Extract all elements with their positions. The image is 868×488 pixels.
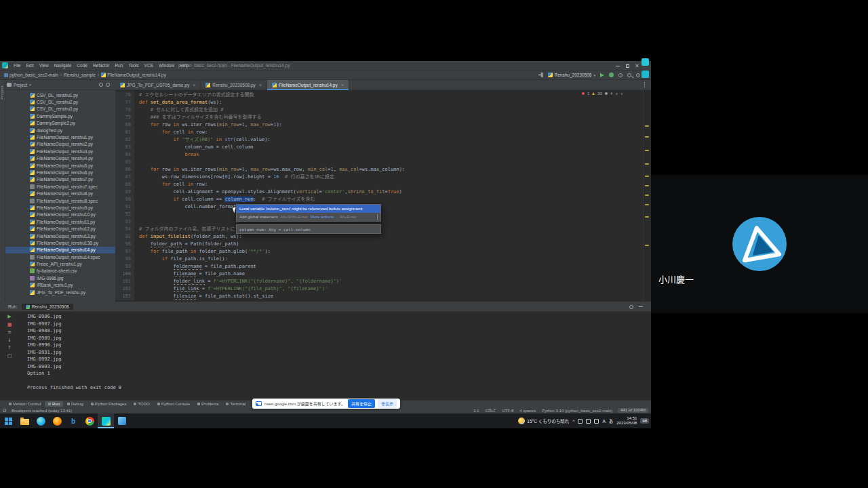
more-options-icon[interactable] xyxy=(377,214,378,216)
tree-item[interactable]: FileNameOutput_renshu6.py xyxy=(5,169,115,176)
tree-item[interactable]: IMG-0986.jpg xyxy=(5,274,115,281)
tree-item[interactable]: FileNameOutput_renshu14.spec xyxy=(5,253,115,260)
toolwindow-button-problems[interactable]: Problems xyxy=(194,401,222,407)
taskbar-pycharm-icon[interactable] xyxy=(98,413,114,428)
taskbar-chrome-icon[interactable] xyxy=(81,413,98,428)
menu-run[interactable]: Run xyxy=(112,63,125,68)
tree-item[interactable]: IRBank_reshu1.py xyxy=(5,282,115,289)
tree-item[interactable]: FileNameOutput_renshu3.py xyxy=(5,148,115,155)
clear-console-icon[interactable]: □ xyxy=(7,354,12,359)
editor-tab[interactable]: JPG_To_PDF_USF05_dame.py× xyxy=(115,80,201,89)
inspections-widget[interactable]: 1 30 4 ∧ ∨ xyxy=(582,92,623,96)
build-icon[interactable] xyxy=(538,73,543,77)
breadcrumb-item[interactable]: Renshu_sample xyxy=(64,73,96,77)
ime-mode-a[interactable]: A xyxy=(602,419,605,424)
battery-icon[interactable] xyxy=(594,419,599,424)
rerun-icon[interactable]: ▶ xyxy=(7,314,11,319)
tree-item[interactable]: CSV_DL_renshu3.py xyxy=(5,106,115,113)
status-item[interactable]: Python 3.10 (python_basic_sec2-main) xyxy=(542,409,612,413)
tab-close-icon[interactable]: × xyxy=(341,83,344,87)
prev-issue-icon[interactable]: ∧ xyxy=(615,92,618,96)
tree-item[interactable]: DammySample.py xyxy=(5,113,115,119)
tree-item[interactable]: FileNameOutput_renshu1.py xyxy=(5,134,115,140)
menu-refactor[interactable]: Refactor xyxy=(90,63,113,68)
stop-sharing-button[interactable]: 共有を停止 xyxy=(348,399,375,408)
taskbar-firefox-icon[interactable] xyxy=(49,413,65,428)
search-icon[interactable] xyxy=(627,73,631,77)
settings-gear-icon[interactable] xyxy=(636,73,640,77)
menu-vcs[interactable]: VCS xyxy=(142,63,156,68)
taskbar-clock[interactable]: 14:51 2023/05/08 xyxy=(616,416,637,426)
toolwindow-button-terminal[interactable]: Terminal xyxy=(222,401,249,407)
volume-icon[interactable] xyxy=(586,419,591,424)
tree-item[interactable]: FileNameOutput_renshu13.py xyxy=(5,232,115,239)
menu-tools[interactable]: Tools xyxy=(125,63,141,68)
run-config-selector[interactable]: Renshu_20230508 ▾ xyxy=(548,73,595,77)
tree-item[interactable]: FileNameOutput_renshu11.py xyxy=(5,218,115,225)
tree-item[interactable]: FileNameOutput_renshu12.py xyxy=(5,225,115,232)
tree-item[interactable]: FileNameOutput_renshu7.spec xyxy=(5,183,115,190)
menu-navigate[interactable]: Navigate xyxy=(52,63,75,68)
editor-tab[interactable]: FileNameOutput_renshu14.py× xyxy=(267,80,349,89)
breadcrumb-item[interactable]: python_basic_sec2-main xyxy=(4,73,58,77)
error-stripe[interactable] xyxy=(643,90,650,302)
notification-count-badge[interactable]: 98 xyxy=(640,418,649,424)
taskbar-photos-icon[interactable] xyxy=(114,413,130,428)
tree-item[interactable]: FileNameOutput_renshu9.py xyxy=(5,204,115,211)
tree-item[interactable]: dialogTest.py xyxy=(5,127,115,134)
menu-code[interactable]: Code xyxy=(74,63,90,68)
console-output[interactable]: IMG-0986.jpgIMG-0987.jpgIMG-0988.jpgIMG-… xyxy=(27,313,121,392)
more-options-icon[interactable] xyxy=(644,82,646,83)
code-editor[interactable]: 76# エクセルシートのデータエリアの書式設定する関数77def set_dat… xyxy=(115,90,643,302)
menu-edit[interactable]: Edit xyxy=(23,63,36,68)
tree-item[interactable]: FileNameOutput_renshu8.spec xyxy=(5,197,115,204)
tree-item[interactable]: FileNameOutput_renshu4.py xyxy=(5,155,115,162)
maximize-icon[interactable] xyxy=(626,64,629,68)
minimize-icon[interactable] xyxy=(616,66,620,66)
profiler-icon[interactable] xyxy=(618,73,623,77)
collapse-icon[interactable] xyxy=(106,83,110,87)
toolwindow-button-version-control[interactable]: Version Control xyxy=(5,401,44,407)
locate-icon[interactable] xyxy=(99,83,103,87)
debug-button[interactable] xyxy=(609,73,614,77)
taskbar-explorer-icon[interactable] xyxy=(16,413,33,428)
run-button[interactable] xyxy=(600,73,604,77)
tree-item[interactable]: CSV_DL_renshu1.py xyxy=(5,92,115,98)
restore-layout-icon[interactable]: ≡ xyxy=(7,330,12,335)
tree-item[interactable]: JPG_To_PDF_renshu.py xyxy=(5,289,115,296)
run-console-tab[interactable]: Renshu_20230508 xyxy=(22,304,73,310)
tree-item[interactable]: fy-balance-sheet.csv xyxy=(5,268,115,274)
quickfix-action[interactable]: Add global statement xyxy=(239,215,277,219)
tree-item[interactable]: FileNameOutput_renshu2.py xyxy=(5,141,115,148)
tab-close-icon[interactable]: × xyxy=(193,83,195,87)
hidden-icons-chevron-icon[interactable]: ^ xyxy=(572,419,574,424)
tree-item[interactable]: CSV_DL_renshu2.py xyxy=(5,98,115,105)
tree-item[interactable]: FileNameOutput_renshu13B.py xyxy=(5,239,115,246)
project-strip-label[interactable]: Project xyxy=(0,85,4,100)
taskbar-bing-icon[interactable]: b xyxy=(65,413,81,428)
scroll-up-icon[interactable]: ↑ xyxy=(7,346,12,350)
status-item[interactable]: 1:1 xyxy=(473,409,479,413)
tree-item[interactable]: FileNameOutput_renshu5.py xyxy=(5,162,115,169)
more-actions-link[interactable]: More actions... xyxy=(311,215,337,219)
close-icon[interactable]: × xyxy=(635,63,639,69)
toolwindow-button-python-packages[interactable]: Python Packages xyxy=(87,401,130,407)
toolwindow-button-python-console[interactable]: Python Console xyxy=(154,401,193,407)
tree-item[interactable]: DammySample2.py xyxy=(5,120,115,127)
network-icon[interactable] xyxy=(578,419,583,424)
menu-window[interactable]: Window xyxy=(156,63,177,68)
memory-indicator[interactable]: 441 of 1004M xyxy=(618,408,648,413)
tree-item[interactable]: FileNameOutput_renshu10.py xyxy=(5,211,115,218)
toolwindow-switcher-icon[interactable] xyxy=(3,409,6,412)
tab-close-icon[interactable]: × xyxy=(259,83,262,87)
scroll-down-icon[interactable]: ↓ xyxy=(7,338,12,343)
quickfix-row[interactable]: Add global statement Alt+Shift+Enter Mor… xyxy=(237,213,380,221)
toolwindow-button-run[interactable]: Run xyxy=(45,401,63,407)
hide-banner-button[interactable]: 非表示 xyxy=(378,399,397,408)
tree-item[interactable]: FileNameOutput_renshu14.py xyxy=(5,247,115,253)
status-item[interactable]: 4 spaces xyxy=(519,409,536,413)
tree-item[interactable]: FileNameOutput_renshu8.py xyxy=(5,190,115,197)
status-item[interactable]: UTF-8 xyxy=(502,409,513,413)
taskbar-start-icon[interactable] xyxy=(0,413,16,428)
breadcrumb-item[interactable]: FileNameOutput_renshu14.py xyxy=(101,73,166,77)
